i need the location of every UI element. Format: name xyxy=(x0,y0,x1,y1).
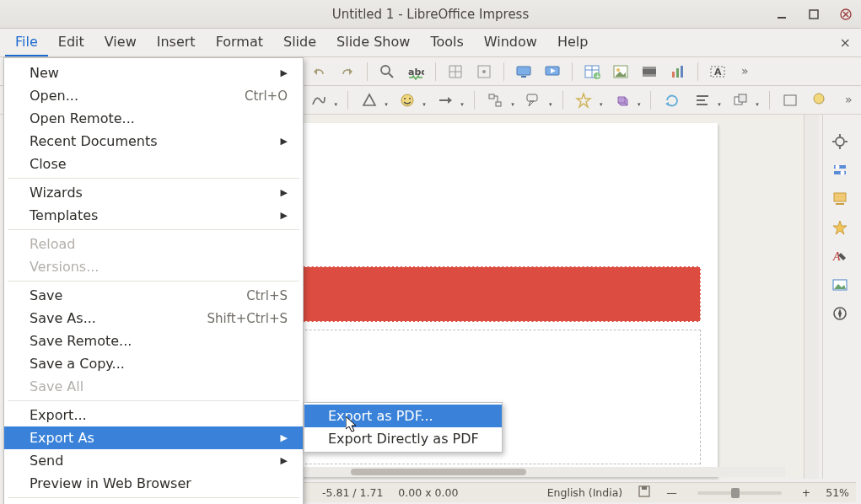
svg-marker-49 xyxy=(577,94,590,107)
snap-icon[interactable] xyxy=(473,61,495,83)
export-as-export-directly-as-pdf[interactable]: Export Directly as PDF xyxy=(304,427,502,450)
svg-rect-35 xyxy=(681,66,683,78)
grid-icon[interactable] xyxy=(444,61,466,83)
gallery-icon[interactable] xyxy=(828,273,852,297)
menu-view[interactable]: View xyxy=(94,29,147,56)
textbox-icon[interactable]: A xyxy=(707,61,729,83)
maximize-button[interactable] xyxy=(805,6,822,23)
dropdown-arrow-icon[interactable]: ▾ xyxy=(600,101,603,108)
navigator-icon[interactable] xyxy=(828,302,852,325)
vertical-scrollbar[interactable] xyxy=(804,115,819,479)
menu-help[interactable]: Help xyxy=(547,29,598,56)
table-icon[interactable]: + xyxy=(581,61,603,83)
menu-slide-show[interactable]: Slide Show xyxy=(326,29,420,56)
undo-icon[interactable] xyxy=(308,61,330,83)
dropdown-arrow-icon[interactable]: ▾ xyxy=(334,101,337,108)
dropdown-arrow-icon[interactable]: ▾ xyxy=(549,101,552,108)
start-icon[interactable] xyxy=(541,61,563,83)
file-menu-export-as[interactable]: Export As▶ xyxy=(4,426,303,449)
file-menu-wizards[interactable]: Wizards▶ xyxy=(4,181,303,204)
dropdown-arrow-icon[interactable]: ▾ xyxy=(638,101,641,108)
dropdown-arrow-icon[interactable]: ▾ xyxy=(511,101,514,108)
align-icon[interactable] xyxy=(691,89,713,111)
file-menu-open[interactable]: Open...Ctrl+O xyxy=(4,84,303,107)
redo-icon[interactable] xyxy=(336,61,358,83)
svg-point-41 xyxy=(404,98,406,99)
dropdown-arrow-icon[interactable]: ▾ xyxy=(460,101,464,108)
menu-tools[interactable]: Tools xyxy=(420,29,473,56)
dropdown-arrow-icon[interactable]: ▾ xyxy=(756,101,759,108)
menubar: FileEditViewInsertFormatSlideSlide ShowT… xyxy=(0,29,861,57)
dropdown-arrow-icon[interactable]: ▾ xyxy=(422,101,426,108)
zoom-slider[interactable] xyxy=(697,491,782,495)
file-menu-close[interactable]: Close xyxy=(4,153,303,175)
menu-item-label: Save Remote... xyxy=(30,333,132,349)
export-as-export-as-pdf[interactable]: Export as PDF... xyxy=(304,405,502,427)
animation-icon[interactable] xyxy=(828,216,852,239)
menu-file[interactable]: File xyxy=(5,29,48,56)
file-menu-open-remote[interactable]: Open Remote... xyxy=(4,107,303,130)
zoom-fit-icon[interactable]: — xyxy=(666,486,677,499)
menu-insert[interactable]: Insert xyxy=(147,29,206,56)
file-menu-recent-documents[interactable]: Recent Documents▶ xyxy=(4,130,303,153)
properties-icon[interactable] xyxy=(828,158,852,182)
shadow-icon[interactable] xyxy=(810,89,831,111)
svg-rect-34 xyxy=(676,68,679,78)
dropdown-arrow-icon[interactable]: ▾ xyxy=(718,101,721,108)
image-icon[interactable] xyxy=(610,61,632,83)
file-menu-new[interactable]: New▶ xyxy=(4,62,303,84)
close-button[interactable] xyxy=(837,6,854,23)
star-icon[interactable] xyxy=(573,89,595,111)
dist-icon[interactable] xyxy=(780,89,801,111)
status-save-icon[interactable] xyxy=(638,485,651,501)
curve-icon[interactable] xyxy=(308,89,329,111)
svg-marker-39 xyxy=(363,94,375,105)
menu-edit[interactable]: Edit xyxy=(48,29,94,56)
flow-icon[interactable] xyxy=(485,89,506,111)
more-icon[interactable]: » xyxy=(840,89,861,111)
cube-icon[interactable] xyxy=(611,89,632,111)
menu-window[interactable]: Window xyxy=(474,29,547,56)
svg-point-64 xyxy=(836,137,844,146)
file-menu-export[interactable]: Export... xyxy=(4,404,303,426)
styles-icon[interactable]: A xyxy=(828,244,852,268)
chart-icon[interactable] xyxy=(667,61,689,83)
svg-point-71 xyxy=(835,165,839,169)
spellcheck-icon[interactable]: abc xyxy=(405,61,427,83)
arrow-icon[interactable] xyxy=(434,89,455,111)
file-menu-save[interactable]: SaveCtrl+S xyxy=(4,284,303,307)
svg-rect-19 xyxy=(521,76,526,78)
submenu-arrow-icon: ▶ xyxy=(281,67,288,78)
menu-item-label: Export As xyxy=(30,430,94,446)
settings-icon[interactable] xyxy=(828,130,852,153)
shape-icon[interactable] xyxy=(358,89,379,111)
slides-icon[interactable] xyxy=(828,187,852,211)
file-menu-save-remote[interactable]: Save Remote... xyxy=(4,330,303,352)
file-menu-send[interactable]: Send▶ xyxy=(4,449,303,472)
file-menu-save-a-copy[interactable]: Save a Copy... xyxy=(4,352,303,375)
media-icon[interactable] xyxy=(638,61,660,83)
file-menu-save-as[interactable]: Save As...Shift+Ctrl+S xyxy=(4,307,303,330)
file-menu-templates[interactable]: Templates▶ xyxy=(4,204,303,227)
find-icon[interactable] xyxy=(376,61,398,83)
minimize-button[interactable] xyxy=(773,6,790,23)
display-icon[interactable] xyxy=(513,61,535,83)
menu-slide[interactable]: Slide xyxy=(273,29,326,56)
submenu-arrow-icon: ▶ xyxy=(281,432,288,443)
rot-icon[interactable] xyxy=(661,89,682,111)
menu-format[interactable]: Format xyxy=(206,29,273,56)
submenu-arrow-icon: ▶ xyxy=(281,455,288,466)
zoom-plus-icon[interactable]: + xyxy=(802,486,810,499)
svg-marker-44 xyxy=(448,97,452,104)
arrange-icon[interactable] xyxy=(729,89,751,111)
callout-icon[interactable] xyxy=(523,89,544,111)
dropdown-arrow-icon[interactable]: ▾ xyxy=(385,101,388,108)
svg-rect-32 xyxy=(643,74,656,77)
file-menu-preview-in-web-browser[interactable]: Preview in Web Browser xyxy=(4,472,303,495)
more-icon[interactable]: » xyxy=(735,61,757,83)
file-menu-print[interactable]: Print...Ctrl+P xyxy=(4,501,303,504)
svg-rect-47 xyxy=(527,94,537,101)
smiley-icon[interactable] xyxy=(396,89,417,111)
svg-rect-1 xyxy=(810,10,818,19)
close-document-button[interactable]: × xyxy=(840,35,851,51)
